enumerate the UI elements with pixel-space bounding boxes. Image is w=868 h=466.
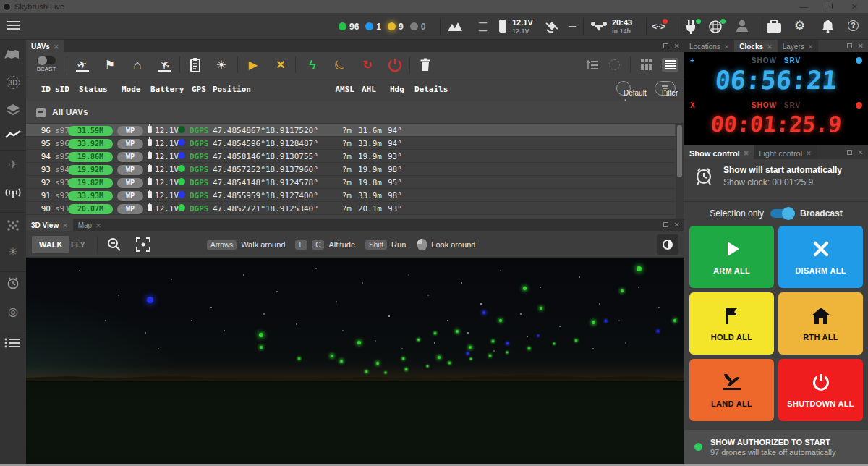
panel-close-icon[interactable]: ✕ [858,42,864,50]
land-all-button[interactable]: LAND ALL [689,359,774,421]
uav-status-count[interactable]: 1 [365,22,381,32]
tab-close-icon[interactable]: ✕ [724,43,730,51]
drone-dot[interactable] [259,333,263,337]
col-hdg[interactable]: Hdg [390,85,404,94]
drone-dot[interactable] [365,370,367,373]
table-row[interactable]: 95s9633.92MWP12.1VDGPS47.4854596°18.9128… [26,137,675,150]
window-close-button[interactable]: ✕ [851,2,858,12]
rth-all-button[interactable]: RTH ALL [778,292,863,355]
reboot-icon[interactable]: ↻ [359,56,376,74]
drone-dot[interactable] [456,330,459,333]
drone-dot[interactable] [657,330,659,332]
light-sun-icon[interactable]: ☀ [0,245,26,258]
drone-dot[interactable] [357,341,361,344]
satellite-icon[interactable] [544,20,560,34]
panel-maximize-icon[interactable] [847,43,852,48]
drone-dot[interactable] [467,352,469,355]
drone-dot[interactable] [537,335,539,336]
tab-light-control[interactable]: Light control✕ [754,145,816,159]
drone-dot[interactable] [506,352,508,353]
drone-dot[interactable] [448,362,451,364]
uav-table-scrollbar[interactable] [676,124,684,219]
drone-dot[interactable] [592,321,595,324]
drone-dot[interactable] [298,357,300,360]
table-row[interactable]: 96s9731.59MWP12.1VDGPS47.4854867°18.9117… [26,124,675,137]
show-start-info[interactable]: Show will start automatically Show clock… [684,165,868,187]
filter-button[interactable]: Filter [655,81,676,96]
col-details[interactable]: Details [414,85,448,94]
panel-maximize-icon[interactable] [663,222,668,227]
uav-status-count[interactable]: 9 [388,22,404,32]
takeoff-icon[interactable]: ✈ [74,56,91,74]
drone-dot[interactable] [575,339,577,342]
hold-all-button[interactable]: HOLD ALL [689,292,774,355]
start-show-icon[interactable]: ▶ [244,56,262,74]
arm-all-button[interactable]: ARM ALL [689,226,774,288]
tab-locations[interactable]: Locations✕ [684,40,734,52]
drone-dot[interactable] [673,319,676,322]
drone-dot[interactable] [492,340,494,342]
tab-layers[interactable]: Layers✕ [778,40,819,52]
drone-dot[interactable] [470,358,472,360]
drone-dot[interactable] [621,289,624,292]
code-connection-icon[interactable]: <··> [652,22,665,32]
drone-dot[interactable] [605,320,607,322]
alarm-clock-icon[interactable] [0,277,26,290]
show-clock[interactable]: X SHOW SRV 88:88:88.8 00:01:25.9 [684,101,868,137]
drone-dot[interactable] [540,307,542,310]
panel-close-icon[interactable]: ✕ [674,221,680,229]
col-gps[interactable]: GPS [192,85,206,94]
tab-clocks[interactable]: Clocks✕ [734,40,777,52]
list-menu-icon[interactable] [0,338,26,348]
fit-view-icon[interactable] [136,237,150,252]
notifications-bell-icon[interactable] [822,20,834,33]
col-status[interactable]: Status [79,85,108,94]
drone-dot[interactable] [499,319,502,322]
col-amsl[interactable]: AMSL [326,85,354,94]
uav-status-count[interactable]: 96 [339,22,359,32]
col-mode[interactable]: Mode [122,85,141,94]
drone-dot[interactable] [340,360,343,363]
window-minimize-button[interactable]: — [800,2,808,12]
flag-icon[interactable]: ⚑ [101,56,119,74]
table-row[interactable]: 93s9419.92MWP12.1VDGPS47.4857252°18.9137… [26,163,675,176]
toolbox-icon[interactable] [767,20,781,33]
panel-close-icon[interactable]: ✕ [674,42,680,50]
uav-status-count[interactable]: 0 [410,22,426,32]
sleep-moon-icon[interactable]: ☾ [328,53,352,77]
list-view-icon[interactable] [662,58,678,72]
col-id[interactable]: ID [32,85,51,94]
drone-dot[interactable] [376,362,379,365]
cancel-show-icon[interactable]: ✕ [272,56,289,74]
collapse-group-icon[interactable] [36,108,46,117]
rf-antenna-icon[interactable] [0,186,26,199]
table-row[interactable]: 91s9233.93MWP12.1VDGPS47.4855959°18.9127… [26,189,675,202]
scene-theme-button[interactable] [657,234,678,255]
tab-close-icon[interactable]: ✕ [95,222,101,229]
col-sid[interactable]: sID [55,85,69,94]
power-off-icon[interactable] [386,56,404,74]
selection-spinner-icon[interactable] [609,59,620,70]
drone-dot[interactable] [402,357,404,360]
drone-dot[interactable] [482,311,485,314]
swarm-dots-icon[interactable] [0,219,26,231]
flash-bolt-icon[interactable]: ϟ [304,56,321,74]
sort-preset-button[interactable]: Default ↑ [616,81,631,96]
col-ahl[interactable]: AHL [362,85,376,94]
authorization-footer[interactable]: SHOW AUTHORIZED TO START 97 drones will … [684,430,868,464]
three-d-view-icon[interactable]: 3D [7,76,20,89]
table-row[interactable]: 92s9319.82MWP12.1VDGPS47.4854148°18.9124… [26,176,675,189]
panel-close-icon[interactable]: ✕ [858,148,864,156]
grid-view-icon[interactable] [641,59,652,70]
settings-gear-icon[interactable]: ⚙ [794,18,805,33]
disarm-all-button[interactable]: DISARM ALL [778,226,863,288]
locate-target-icon[interactable]: ◎ [0,305,26,318]
server-clock[interactable]: + SHOW SRV 88:88:88 06:56:21 [684,56,868,95]
tab-3d-view[interactable]: 3D View✕ [26,219,73,231]
drone-dot[interactable] [506,342,509,344]
layers-icon[interactable] [0,103,26,116]
drone-dot[interactable] [438,356,441,359]
panel-maximize-icon[interactable] [847,150,852,155]
drone-dot[interactable] [260,346,263,349]
tab-close-icon[interactable]: ✕ [62,222,68,229]
